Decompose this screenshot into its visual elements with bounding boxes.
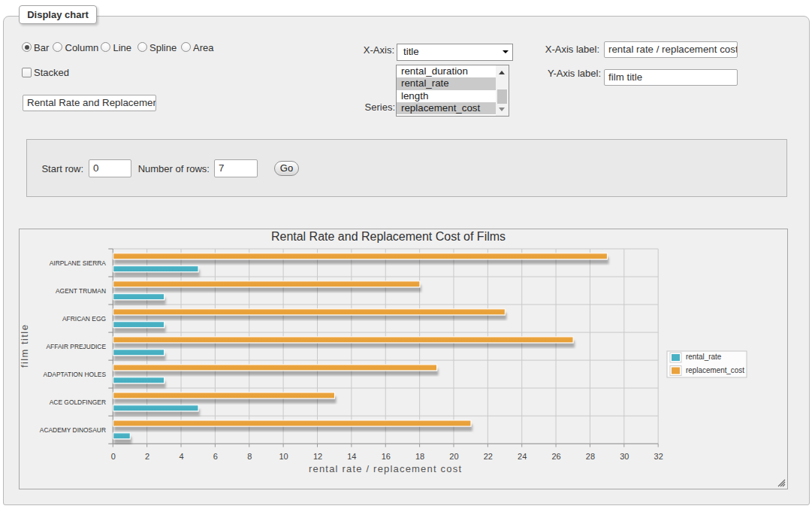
svg-text:32: 32 (654, 452, 663, 461)
svg-text:rental_rate: rental_rate (686, 353, 722, 361)
svg-text:12: 12 (313, 452, 322, 461)
svg-text:30: 30 (620, 452, 629, 461)
svg-text:replacement_cost: replacement_cost (686, 366, 744, 374)
svg-text:20: 20 (449, 452, 458, 461)
svg-text:28: 28 (586, 452, 595, 461)
svg-text:AFRICAN EGG: AFRICAN EGG (62, 315, 106, 323)
svg-text:0: 0 (111, 452, 116, 461)
svg-text:16: 16 (382, 452, 391, 461)
svg-text:Rental Rate and Replacement Co: Rental Rate and Replacement Cost of Film… (271, 230, 506, 243)
svg-text:ADAPTATION HOLES: ADAPTATION HOLES (44, 371, 106, 378)
svg-text:AGENT TRUMAN: AGENT TRUMAN (56, 287, 106, 295)
svg-text:24: 24 (518, 452, 527, 461)
svg-text:22: 22 (484, 452, 493, 461)
svg-text:ACADEMY DINOSAUR: ACADEMY DINOSAUR (40, 426, 107, 434)
svg-text:AFFAIR PREJUDICE: AFFAIR PREJUDICE (47, 343, 107, 350)
svg-text:4: 4 (179, 452, 183, 461)
svg-text:2: 2 (145, 452, 149, 461)
svg-text:rental rate / replacement cost: rental rate / replacement cost (309, 463, 461, 474)
svg-text:6: 6 (213, 452, 218, 461)
svg-text:26: 26 (551, 452, 560, 461)
svg-text:18: 18 (415, 452, 424, 461)
svg-text:film title: film title (20, 325, 30, 368)
svg-text:10: 10 (279, 452, 288, 461)
svg-text:14: 14 (347, 452, 356, 461)
svg-text:ACE GOLDFINGER: ACE GOLDFINGER (50, 398, 107, 406)
svg-text:AIRPLANE SIERRA: AIRPLANE SIERRA (50, 259, 106, 267)
svg-text:8: 8 (247, 452, 252, 461)
